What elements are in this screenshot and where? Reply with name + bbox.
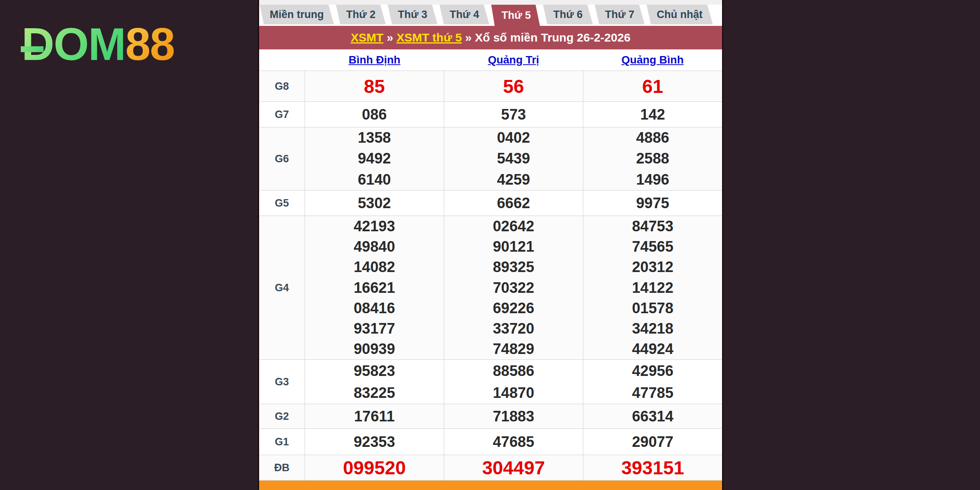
province-header-cell: Quảng Trị	[444, 54, 583, 66]
prize-label: G3	[259, 360, 305, 404]
breadcrumb-link-xsmt-thu5[interactable]: XSMT thứ 5	[396, 31, 462, 44]
tab-bar: Miền trungThứ 2Thứ 3Thứ 4Thứ 5Thứ 6Thứ 7…	[259, 5, 722, 24]
prize-value: 08416	[305, 298, 444, 318]
prize-value: 9975	[583, 191, 722, 216]
prize-col-0: 086	[305, 102, 444, 127]
prize-col-2: 61	[583, 71, 722, 102]
prize-value: 49840	[305, 236, 444, 257]
tab-chủ-nhật[interactable]: Chủ nhật	[646, 5, 713, 24]
breadcrumb-separator	[383, 31, 387, 44]
prize-col-1: 71883	[444, 404, 583, 428]
prize-value: 85	[305, 71, 444, 102]
prize-col-0: 92353	[305, 429, 444, 455]
prize-value: 42193	[305, 216, 444, 236]
prize-row-ĐB: ĐB099520304497393151	[259, 455, 722, 480]
prize-col-0: 42193498401408216621084169317790939	[305, 216, 444, 359]
prize-value: 14870	[444, 382, 583, 404]
prize-value: 70322	[444, 278, 583, 298]
prize-value: 56	[444, 71, 583, 102]
prize-value: 4259	[444, 169, 583, 190]
prize-value: 90939	[305, 339, 444, 359]
tab-thứ-7[interactable]: Thứ 7	[595, 5, 644, 24]
prize-label: G5	[259, 191, 305, 216]
lottery-results-panel: Miền trungThứ 2Thứ 3Thứ 4Thứ 5Thứ 6Thứ 7…	[258, 0, 723, 490]
breadcrumb-current: Xổ số miền Trung 26-2-2026	[475, 31, 631, 44]
prize-value: 88586	[444, 360, 583, 382]
province-link-1[interactable]: Quảng Trị	[488, 54, 539, 66]
prize-label: ĐB	[259, 455, 305, 480]
logo-text-88: 88	[125, 19, 174, 70]
prize-value: 93177	[305, 318, 444, 339]
breadcrumb-link-xsmt[interactable]: XSMT	[351, 31, 383, 44]
prize-col-0: 85	[305, 71, 444, 102]
dom88-logo[interactable]: DOM88	[22, 19, 206, 70]
prize-label: G2	[259, 404, 305, 428]
panel-top-strip	[259, 0, 722, 5]
province-header-row: Bình ĐịnhQuảng TrịQuảng Bình	[259, 49, 722, 71]
prize-value: 69226	[444, 298, 583, 318]
prize-value: 086	[305, 102, 444, 127]
prize-value: 02642	[444, 216, 583, 236]
prize-label: G7	[259, 102, 305, 127]
logo-d-crossbar	[21, 46, 44, 52]
prize-col-2: 142	[583, 102, 722, 127]
prize-col-2: 84753745652031214122015783421844924	[583, 216, 722, 359]
prize-col-2: 29077	[583, 429, 722, 455]
prize-value: 44924	[583, 339, 722, 359]
tab-mien-trung[interactable]: Miền trung	[260, 5, 334, 24]
prize-col-1: 02642901218932570322692263372074829	[444, 216, 583, 359]
prize-col-0: 9582383225	[305, 360, 444, 404]
prize-value: 573	[444, 102, 583, 127]
prize-col-1: 6662	[444, 191, 583, 216]
prize-value: 95823	[305, 360, 444, 382]
prize-value: 16621	[305, 278, 444, 298]
province-header-cell: Quảng Bình	[583, 54, 722, 66]
prize-row-G6: G6135894926140040254394259488625881496	[259, 127, 722, 190]
prize-value: 20312	[583, 257, 722, 278]
tab-thứ-2[interactable]: Thứ 2	[336, 5, 386, 24]
prize-value: 14082	[305, 257, 444, 278]
prize-value: 1358	[305, 127, 444, 148]
prize-value: 17611	[305, 404, 444, 428]
prize-col-0: 099520	[305, 455, 444, 480]
prize-value: 4886	[583, 127, 722, 148]
prize-value: 92353	[305, 429, 444, 455]
prize-col-1: 304497	[444, 455, 583, 480]
prize-value: 89325	[444, 257, 583, 278]
province-link-0[interactable]: Bình Định	[348, 54, 400, 66]
prize-value: 47685	[444, 429, 583, 455]
prize-label: G4	[259, 216, 305, 359]
prize-value: 83225	[305, 382, 444, 404]
prize-value: 84753	[583, 216, 722, 236]
logo-text-dom: DOM	[22, 19, 125, 70]
prize-value: 74565	[583, 236, 722, 257]
prize-value: 90121	[444, 236, 583, 257]
prize-label: G1	[259, 429, 305, 455]
prize-row-G5: G5530266629975	[259, 190, 722, 216]
prize-value: 71883	[444, 404, 583, 428]
breadcrumb-separator-1: »	[387, 31, 393, 44]
prize-value: 61	[583, 71, 722, 102]
prize-row-G4: G442193498401408216621084169317790939026…	[259, 216, 722, 359]
prize-col-0: 5302	[305, 191, 444, 216]
prize-value: 66314	[583, 404, 722, 428]
prize-value: 304497	[444, 455, 583, 480]
prize-row-G1: G1923534768529077	[259, 428, 722, 455]
prize-col-1: 8858614870	[444, 360, 583, 404]
bottom-orange-bar	[259, 480, 722, 490]
prize-col-0: 17611	[305, 404, 444, 428]
prize-value: 393151	[583, 455, 722, 480]
province-header-cell: Bình Định	[305, 54, 444, 66]
prize-value: 0402	[444, 127, 583, 148]
province-link-2[interactable]: Quảng Bình	[621, 54, 684, 66]
prize-row-G2: G2176117188366314	[259, 404, 722, 428]
tab-thứ-3[interactable]: Thứ 3	[388, 5, 437, 24]
tab-thứ-5[interactable]: Thứ 5	[491, 5, 541, 31]
tab-thứ-6[interactable]: Thứ 6	[543, 5, 593, 24]
prize-value: 14122	[583, 278, 722, 298]
tab-thứ-4[interactable]: Thứ 4	[439, 5, 489, 24]
prize-col-2: 66314	[583, 404, 722, 428]
prize-value: 142	[583, 102, 722, 127]
prize-col-1: 47685	[444, 429, 583, 455]
prize-value: 29077	[583, 429, 722, 455]
